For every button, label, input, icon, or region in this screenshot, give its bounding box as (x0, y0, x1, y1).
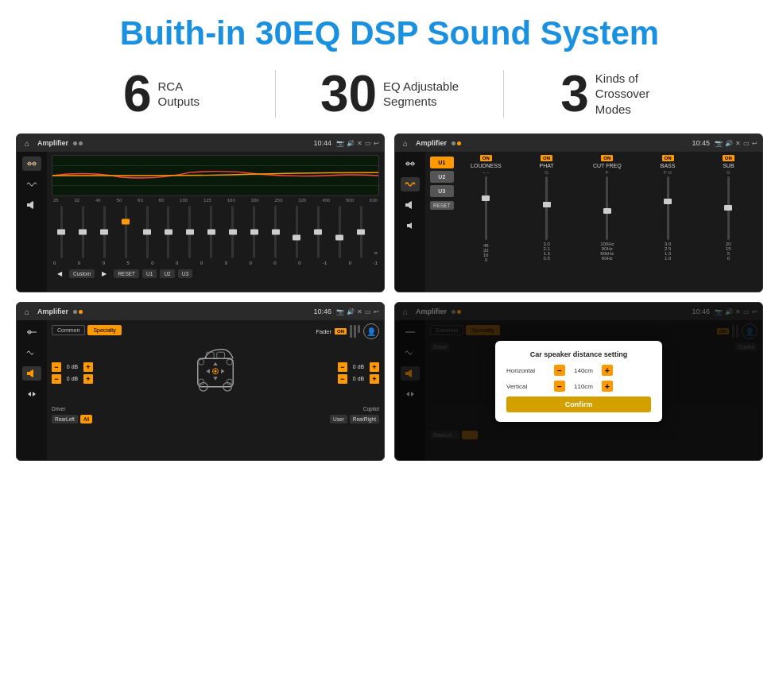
eq-slider-4[interactable] (116, 206, 136, 258)
xo-preset-u2[interactable]: U2 (430, 171, 454, 183)
xo-content: U1 U2 U3 RESET ON LOUDNESS ~ ~ 48 (425, 152, 762, 292)
eq-sidebar (17, 152, 47, 292)
eq-slider-3[interactable] (95, 206, 114, 258)
xo-preset-u3[interactable]: U3 (430, 185, 454, 197)
xo-sidebar-wave[interactable] (401, 177, 420, 191)
eq-slider-15[interactable] (351, 206, 371, 258)
confirm-button[interactable]: Confirm (506, 396, 651, 412)
eq-slider-12[interactable] (287, 206, 307, 258)
stat-crossover: 3 Kinds ofCrossover Modes (504, 68, 731, 119)
xo-preset-u1[interactable]: U1 (430, 157, 454, 168)
fader-tab-specialty[interactable]: Specialty (87, 325, 121, 335)
fader-fl-plus[interactable]: + (83, 362, 93, 372)
fader-body: Common Specialty Fader ON 👤 (17, 320, 384, 460)
fader-sidebar-wave[interactable] (22, 346, 41, 360)
xo-close-icon: ✕ (735, 140, 741, 147)
eq-slider-2[interactable] (73, 206, 93, 258)
svg-marker-26 (221, 369, 224, 373)
fader-sidebar-speaker[interactable] (22, 366, 41, 381)
xo-cutfreq-slider[interactable] (606, 176, 608, 240)
fader-on-badge[interactable]: ON (335, 328, 347, 335)
fader-camera-icon: 📷 (336, 308, 344, 315)
eq-slider-7[interactable] (180, 206, 200, 258)
eq-sidebar-wave[interactable] (22, 177, 41, 191)
dialog-horizontal-plus[interactable]: + (602, 365, 613, 376)
xo-presets: U1 U2 U3 RESET (430, 155, 454, 288)
fader-home-icon[interactable]: ⌂ (21, 306, 33, 317)
dialog-title: Car speaker distance setting (506, 350, 651, 358)
fader-sidebar-tuner[interactable] (22, 325, 41, 339)
xo-sidebar-volume[interactable] (401, 219, 420, 233)
xo-bass-on[interactable]: ON (662, 155, 674, 161)
stat-crossover-label: Kinds ofCrossover Modes (595, 71, 675, 118)
home-icon[interactable]: ⌂ (21, 137, 33, 149)
xo-home-icon[interactable]: ⌂ (400, 137, 411, 149)
xo-phat-on[interactable]: ON (541, 155, 552, 161)
eq-slider-6[interactable] (159, 206, 179, 258)
eq-screen: ⌂ Amplifier 10:44 📷 🔊 ✕ ▭ ↩ (16, 133, 385, 292)
xo-cutfreq-on[interactable]: ON (601, 155, 613, 161)
dialog-vertical-plus[interactable]: + (602, 381, 613, 392)
xo-sub-slider[interactable] (727, 176, 730, 240)
xo-channels: ON LOUDNESS ~ ~ 48 32 16 0 ON (457, 155, 758, 288)
eq-prev-button[interactable]: ◀ (53, 269, 66, 279)
fader-fl-minus[interactable]: − (52, 362, 61, 372)
eq-u2-button[interactable]: U2 (160, 269, 174, 278)
xo-reset-button[interactable]: RESET (430, 201, 454, 210)
eq-sidebar-speaker[interactable] (22, 198, 41, 212)
fader-rl-minus[interactable]: − (52, 374, 61, 384)
fader-all-btn[interactable]: All (80, 415, 92, 423)
xo-sub-on[interactable]: ON (723, 155, 734, 161)
car-svg (188, 341, 243, 404)
eq-slider-8[interactable] (201, 206, 221, 258)
dialog-horizontal-value: 140cm (568, 367, 599, 374)
xo-channel-loudness: ON LOUDNESS ~ ~ 48 32 16 0 (457, 155, 515, 288)
topbar-icons: 📷 🔊 ✕ ▭ ↩ (336, 140, 379, 147)
fader-sidebar (17, 320, 47, 460)
xo-bass-slider[interactable] (667, 176, 669, 240)
xo-phat-slider[interactable] (545, 176, 548, 240)
eq-u3-button[interactable]: U3 (178, 269, 192, 278)
fader-rearleft-btn[interactable]: RearLeft (52, 415, 78, 423)
eq-reset-button[interactable]: RESET (114, 269, 139, 278)
fader-sidebar-arrows[interactable] (22, 387, 41, 401)
eq-slider-10[interactable] (244, 206, 264, 258)
eq-topbar-title: Amplifier (37, 139, 68, 147)
eq-slider-9[interactable] (223, 206, 242, 258)
xo-back-icon[interactable]: ↩ (752, 140, 758, 147)
fader-top-row: Common Specialty Fader ON 👤 (52, 323, 379, 339)
eq-slider-13[interactable] (308, 206, 328, 258)
eq-slider-11[interactable] (265, 206, 285, 258)
fader-back-icon[interactable]: ↩ (374, 308, 379, 315)
eq-sidebar-tuner[interactable] (22, 157, 41, 171)
fader-rearright-btn[interactable]: RearRight (350, 415, 379, 423)
fader-copilot-label: Copilot (363, 406, 379, 412)
eq-next-button[interactable]: ▶ (98, 269, 110, 279)
fader-rl-plus[interactable]: + (83, 374, 93, 384)
fader-ctrl-fr: − 0 dB + (338, 362, 379, 372)
xo-sidebar-tuner[interactable] (401, 157, 420, 171)
fader-avatar[interactable]: 👤 (363, 323, 379, 339)
xo-loudness-on[interactable]: ON (480, 155, 492, 161)
dialog-horizontal-minus[interactable]: − (554, 365, 565, 376)
fader-fr-minus[interactable]: − (338, 362, 347, 372)
eq-slider-1[interactable] (52, 206, 72, 258)
xo-loudness-slider[interactable] (485, 176, 487, 240)
back-icon[interactable]: ↩ (374, 140, 379, 147)
dialog-vertical-minus[interactable]: − (554, 381, 565, 392)
fader-user-btn[interactable]: User (330, 415, 347, 423)
fader-rr-minus[interactable]: − (338, 374, 347, 384)
xo-sidebar-speaker[interactable] (401, 198, 420, 212)
xo-sub-label: SUB (723, 163, 734, 168)
close-icon: ✕ (357, 140, 362, 147)
topbar-dots (73, 141, 83, 145)
stat-rca-number: 6 (123, 68, 152, 119)
eq-u1-button[interactable]: U1 (142, 269, 157, 278)
fader-rr-plus[interactable]: + (370, 374, 379, 384)
camera-icon: 📷 (336, 140, 344, 147)
fader-tab-common[interactable]: Common (52, 325, 85, 335)
eq-slider-5[interactable] (138, 206, 157, 258)
fader-minimize-icon: ▭ (365, 308, 371, 315)
fader-fr-plus[interactable]: + (370, 362, 379, 372)
eq-slider-14[interactable] (330, 206, 350, 258)
